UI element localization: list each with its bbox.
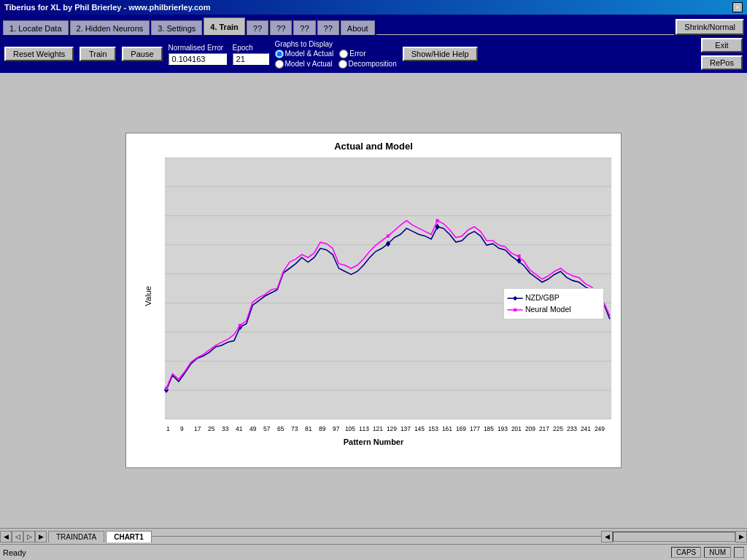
svg-text:Neural Model: Neural Model	[525, 305, 571, 314]
x-axis-label: Pattern Number	[133, 438, 614, 446]
caps-indicator: CAPS	[671, 547, 701, 558]
scroll-indicator	[734, 547, 744, 558]
svg-text:201: 201	[511, 425, 522, 432]
svg-text:41: 41	[236, 425, 243, 432]
exit-button[interactable]: Exit	[701, 38, 743, 52]
graphs-section: Graphs to Display Model & Actual Error M…	[275, 40, 397, 69]
svg-text:161: 161	[442, 425, 452, 432]
status-bar: Ready CAPS NUM	[0, 544, 747, 560]
status-indicators: CAPS NUM	[671, 547, 744, 558]
controls-row: Reset Weights Train Pause Normalised Err…	[0, 35, 747, 73]
app-title: Tiberius for XL by Phil Brierley - www.p…	[4, 3, 211, 12]
radio-error[interactable]	[339, 50, 348, 58]
tab-q2[interactable]: ??	[270, 20, 292, 35]
svg-text:185: 185	[484, 425, 494, 432]
radio-model-v-actual-label[interactable]: Model v Actual	[275, 60, 333, 69]
tab-about[interactable]: About	[341, 20, 375, 35]
svg-text:33: 33	[222, 425, 229, 432]
toolbar-area: 1. Locate Data 2. Hidden Neurons 3. Sett…	[0, 15, 747, 35]
radio-decomposition-label[interactable]: Decomposition	[338, 60, 397, 69]
tab-q1[interactable]: ??	[247, 20, 268, 35]
y-axis-label: Value	[144, 286, 152, 306]
title-bar: Tiberius for XL by Phil Brierley - www.p…	[0, 0, 747, 15]
svg-text:97: 97	[333, 425, 340, 432]
scroll-right-first-button[interactable]: ◁	[12, 531, 23, 542]
show-hide-help-button[interactable]: Show/Hide Help	[403, 47, 478, 61]
normalised-error-label: Normalised Error	[169, 44, 227, 52]
radio-model-actual-label[interactable]: Model & Actual	[275, 50, 334, 58]
svg-text:25: 25	[208, 425, 215, 432]
svg-text:113: 113	[359, 425, 369, 432]
close-button[interactable]: ×	[732, 2, 743, 12]
svg-text:193: 193	[498, 425, 508, 432]
svg-text:89: 89	[319, 425, 326, 432]
scroll-right-last-button[interactable]: ▷	[23, 531, 35, 542]
svg-text:233: 233	[567, 425, 577, 432]
svg-text:241: 241	[581, 425, 591, 432]
tab-settings[interactable]: 3. Settings	[151, 20, 202, 35]
svg-text:81: 81	[305, 425, 312, 432]
sheet-tabs: ◀ ◁ ▷ ▶ TRAINDATA CHART1 ◀ ▶	[0, 528, 747, 544]
main-content: Actual and Model Value	[0, 73, 747, 528]
hscroll-right-button[interactable]: ▶	[735, 531, 747, 542]
chart-container: Actual and Model Value	[125, 133, 622, 468]
radio-row-2: Model v Actual Decomposition	[275, 60, 397, 69]
svg-rect-58	[165, 387, 168, 390]
svg-text:65: 65	[277, 425, 285, 432]
right-buttons: Exit RePos	[701, 38, 743, 70]
svg-rect-62	[517, 254, 520, 257]
tab-train[interactable]: 4. Train	[204, 18, 245, 35]
svg-text:177: 177	[470, 425, 480, 432]
svg-text:73: 73	[291, 425, 298, 432]
svg-rect-61	[436, 219, 438, 222]
svg-text:9: 9	[180, 425, 184, 432]
sheet-tab-row: ◀ ◁ ▷ ▶ TRAINDATA CHART1 ◀ ▶	[0, 531, 747, 542]
radio-model-v-actual[interactable]	[275, 60, 284, 69]
radio-row-1: Model & Actual Error	[275, 50, 397, 58]
chart-svg: 0.9 0.8 0.7 0.6 0.5 0.4 0.3 0.2 0.1 0 1 …	[163, 158, 614, 435]
svg-text:225: 225	[553, 425, 563, 432]
tab-locate-data[interactable]: 1. Locate Data	[3, 20, 69, 35]
reset-weights-button[interactable]: Reset Weights	[4, 47, 74, 61]
svg-rect-60	[387, 235, 390, 238]
svg-text:153: 153	[428, 425, 438, 432]
hscroll-left-button[interactable]: ◀	[601, 531, 613, 542]
num-indicator: NUM	[704, 547, 731, 558]
radio-error-label[interactable]: Error	[339, 50, 365, 58]
train-button[interactable]: Train	[80, 47, 116, 61]
hscrollbar[interactable]	[613, 532, 735, 542]
sheet-tab-fill	[152, 536, 601, 537]
svg-text:49: 49	[249, 425, 257, 432]
normalised-error-input[interactable]	[169, 53, 227, 65]
sheet-tab-traindata[interactable]: TRAINDATA	[48, 531, 104, 542]
svg-rect-59	[239, 324, 241, 327]
pause-button[interactable]: Pause	[122, 47, 162, 61]
svg-text:NZD/GBP: NZD/GBP	[525, 293, 560, 302]
shrink-normal-button[interactable]: Shrink/Normal	[676, 19, 744, 35]
radio-model-actual[interactable]	[275, 50, 284, 58]
tab-hidden-neurons[interactable]: 2. Hidden Neurons	[70, 20, 150, 35]
graphs-title: Graphs to Display	[275, 40, 397, 48]
svg-text:209: 209	[525, 425, 535, 432]
svg-rect-68	[514, 308, 516, 311]
status-text: Ready	[3, 548, 671, 557]
tab-q4[interactable]: ??	[317, 20, 339, 35]
svg-text:169: 169	[456, 425, 466, 432]
svg-text:17: 17	[194, 425, 201, 432]
svg-text:129: 129	[387, 425, 397, 432]
svg-text:1: 1	[166, 425, 170, 432]
normalised-error-group: Normalised Error	[169, 44, 227, 65]
svg-text:145: 145	[414, 425, 425, 432]
sheet-tab-chart1[interactable]: CHART1	[106, 531, 152, 542]
svg-text:57: 57	[263, 425, 271, 432]
tab-q3[interactable]: ??	[293, 20, 315, 35]
svg-text:121: 121	[373, 425, 383, 432]
svg-text:217: 217	[539, 425, 549, 432]
repos-button[interactable]: RePos	[701, 55, 743, 70]
chart-title: Actual and Model	[133, 141, 614, 152]
scroll-left-button[interactable]: ◀	[0, 531, 12, 542]
radio-decomposition[interactable]	[338, 60, 347, 69]
scroll-right-end-button[interactable]: ▶	[35, 531, 47, 542]
epoch-input[interactable]	[233, 53, 269, 65]
tab-row: 1. Locate Data 2. Hidden Neurons 3. Sett…	[3, 18, 744, 35]
